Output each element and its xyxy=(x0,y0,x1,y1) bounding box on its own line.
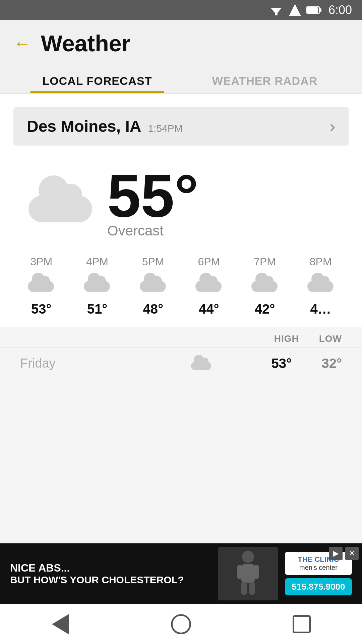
hour-label-5: 8PM xyxy=(310,256,332,268)
hour-label-3: 6PM xyxy=(198,256,220,268)
wifi-icon xyxy=(269,5,284,15)
ad-title: NICE ABS... xyxy=(10,562,211,574)
ad-banner: NICE ABS... BUT HOW'S YOUR CHOLESTEROL? … xyxy=(0,543,362,604)
ad-subtitle: BUT HOW'S YOUR CHOLESTEROL? xyxy=(10,574,211,586)
location-city: Des Moines, IA xyxy=(27,117,141,136)
svg-rect-5 xyxy=(241,564,255,583)
hourly-item-5: 8PM 4… xyxy=(293,256,349,317)
svg-rect-9 xyxy=(249,582,255,595)
forecast-day-friday: Friday xyxy=(20,356,141,371)
hour-icon-1 xyxy=(84,275,111,295)
hourly-item-2: 5PM 48° xyxy=(125,256,181,317)
forecast-row-friday: Friday 53° 32° xyxy=(0,347,362,379)
back-button[interactable]: ← xyxy=(13,35,31,52)
svg-point-4 xyxy=(242,551,254,563)
nav-back-button[interactable] xyxy=(47,611,74,638)
location-time: 1:54PM xyxy=(148,123,182,134)
svg-point-2 xyxy=(275,13,278,15)
ad-company-type: men's center xyxy=(299,564,338,572)
svg-rect-7 xyxy=(254,565,259,579)
hour-label-2: 5PM xyxy=(142,256,164,268)
hourly-item-3: 6PM 44° xyxy=(181,256,237,317)
location-row[interactable]: Des Moines, IA 1:54PM › xyxy=(13,107,349,146)
hour-temp-5: 4… xyxy=(310,302,331,317)
hour-icon-0 xyxy=(28,275,55,295)
hour-temp-3: 44° xyxy=(199,302,219,317)
signal-icon xyxy=(289,4,301,16)
status-bar: 6:00 xyxy=(0,0,362,20)
tab-weather-radar[interactable]: WEATHER RADAR xyxy=(181,66,349,93)
page-title: Weather xyxy=(41,30,130,56)
hour-temp-4: 42° xyxy=(255,302,275,317)
current-weather-icon xyxy=(27,175,94,229)
chevron-right-icon: › xyxy=(330,117,335,136)
hour-temp-1: 51° xyxy=(87,302,108,317)
hour-icon-2 xyxy=(140,275,167,295)
hour-temp-0: 53° xyxy=(31,302,52,317)
current-condition: Overcast xyxy=(107,223,198,239)
forecast-icon-friday xyxy=(141,357,261,370)
nav-home-button[interactable] xyxy=(168,611,194,638)
forecast-low-friday: 32° xyxy=(312,356,342,371)
hour-label-4: 7PM xyxy=(254,256,276,268)
forecast-high-friday: 53° xyxy=(261,356,292,371)
ad-info-button[interactable]: ▶ xyxy=(329,547,343,560)
back-nav-icon xyxy=(52,614,69,634)
hour-icon-5 xyxy=(307,275,334,295)
ad-close-button[interactable]: ✕ xyxy=(345,547,359,560)
nav-bar xyxy=(0,604,362,644)
hourly-item-1: 4PM 51° xyxy=(69,256,125,317)
hour-label-0: 3PM xyxy=(30,256,52,268)
app-header: ← Weather LOCAL FORECAST WEATHER RADAR xyxy=(0,20,362,93)
current-temperature: 55° xyxy=(107,166,198,226)
svg-rect-8 xyxy=(241,582,247,595)
tab-local-forecast[interactable]: LOCAL FORECAST xyxy=(13,66,181,93)
svg-rect-6 xyxy=(237,565,242,579)
hourly-item-4: 7PM 42° xyxy=(237,256,293,317)
nav-recents-button[interactable] xyxy=(288,611,315,638)
hour-label-1: 4PM xyxy=(86,256,108,268)
recents-nav-icon xyxy=(293,615,311,633)
forecast-high-label: HIGH xyxy=(274,333,299,344)
main-content: Des Moines, IA 1:54PM › 55° Overcast 3PM… xyxy=(0,94,362,543)
forecast-low-label: LOW xyxy=(319,333,342,344)
home-nav-icon xyxy=(171,614,191,634)
hourly-item-0: 3PM 53° xyxy=(13,256,69,317)
forecast-header: HIGH LOW xyxy=(0,327,362,347)
tabs-bar: LOCAL FORECAST WEATHER RADAR xyxy=(13,66,349,93)
ad-figure xyxy=(218,547,278,600)
status-time: 6:00 xyxy=(328,3,352,17)
hourly-forecast: 3PM 53° 4PM 51° 5PM 48° 6PM 44° xyxy=(0,246,362,323)
hour-icon-4 xyxy=(251,275,278,295)
current-weather: 55° Overcast xyxy=(0,146,362,246)
hour-temp-2: 48° xyxy=(143,302,163,317)
hour-icon-3 xyxy=(195,275,222,295)
battery-icon xyxy=(306,6,320,14)
daily-forecast: HIGH LOW Friday 53° 32° xyxy=(0,327,362,543)
svg-marker-3 xyxy=(289,4,301,16)
ad-phone[interactable]: 515.875.9000 xyxy=(285,578,352,595)
